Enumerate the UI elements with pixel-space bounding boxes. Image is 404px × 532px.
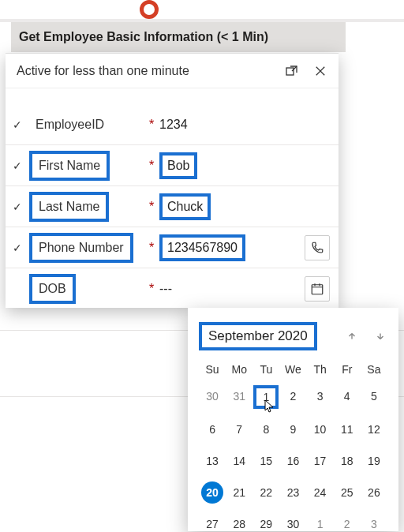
close-icon[interactable] bbox=[313, 64, 327, 78]
svg-rect-0 bbox=[286, 68, 294, 75]
calendar-day[interactable]: 12 bbox=[363, 418, 385, 440]
month-year-button[interactable]: September 2020 bbox=[199, 322, 317, 350]
calendar-day[interactable]: 9 bbox=[282, 418, 304, 440]
calendar-day[interactable]: 29 bbox=[255, 513, 277, 532]
field-value[interactable]: 1234567890 bbox=[159, 234, 245, 261]
calendar-day[interactable]: 27 bbox=[201, 513, 223, 532]
calendar-day[interactable]: 31 bbox=[228, 385, 250, 407]
weekday-label: Sa bbox=[361, 363, 387, 376]
calendar-icon[interactable] bbox=[301, 275, 334, 303]
calendar-day[interactable]: 6 bbox=[201, 418, 223, 440]
weekday-label: We bbox=[279, 363, 306, 376]
field-value[interactable]: 1234 bbox=[159, 114, 188, 135]
calendar-day[interactable]: 25 bbox=[336, 481, 358, 504]
date-picker: September 2020 SuMoTuWeThFrSa30311234567… bbox=[188, 308, 398, 531]
required-star: * bbox=[144, 159, 159, 173]
field-row: ✓EmployeeID*1234 bbox=[6, 104, 339, 145]
calendar-day[interactable]: 14 bbox=[228, 450, 250, 472]
check-icon: ✓ bbox=[6, 200, 29, 213]
panel-subtitle: Active for less than one minute bbox=[17, 64, 285, 78]
field-row: ✓First Name*Bob bbox=[6, 145, 339, 186]
calendar-day[interactable]: 2 bbox=[336, 513, 358, 532]
required-star: * bbox=[144, 241, 159, 255]
field-label: DOB bbox=[29, 274, 76, 304]
calendar-day[interactable]: 26 bbox=[363, 481, 385, 504]
svg-rect-1 bbox=[312, 285, 323, 294]
weekday-label: Tu bbox=[252, 363, 279, 376]
calendar-day[interactable]: 30 bbox=[201, 385, 223, 407]
step-header[interactable]: Get Employee Basic Information (< 1 Min) bbox=[11, 22, 346, 52]
calendar-day[interactable]: 13 bbox=[201, 450, 223, 472]
calendar-day[interactable]: 1 bbox=[253, 385, 279, 409]
field-label: Last Name bbox=[29, 192, 109, 222]
field-value[interactable]: --- bbox=[159, 279, 172, 299]
check-icon: ✓ bbox=[6, 118, 29, 131]
calendar-day[interactable]: 10 bbox=[309, 418, 331, 440]
check-icon: ✓ bbox=[6, 159, 29, 172]
details-panel: Active for less than one minute ✓Employe… bbox=[6, 53, 339, 308]
weekday-label: Mo bbox=[226, 363, 252, 376]
calendar-day[interactable]: 11 bbox=[336, 418, 358, 440]
weekday-label: Th bbox=[307, 363, 334, 376]
field-row: ✓Last Name*Chuck bbox=[6, 186, 339, 227]
mouse-cursor-icon bbox=[264, 399, 275, 418]
next-month-icon[interactable] bbox=[373, 329, 387, 343]
calendar-grid: SuMoTuWeThFrSa30311234567891011121314151… bbox=[199, 363, 387, 532]
required-star: * bbox=[144, 118, 159, 132]
calendar-day[interactable]: 3 bbox=[363, 513, 385, 532]
field-row: ✓Phone Number*1234567890 bbox=[6, 227, 339, 268]
calendar-day[interactable]: 30 bbox=[282, 513, 304, 532]
calendar-day[interactable]: 5 bbox=[363, 385, 385, 407]
field-row: DOB*--- bbox=[6, 268, 339, 309]
weekday-label: Fr bbox=[334, 363, 361, 376]
form: ✓EmployeeID*1234✓First Name*Bob✓Last Nam… bbox=[6, 88, 339, 309]
calendar-day[interactable]: 23 bbox=[282, 481, 304, 504]
calendar-day[interactable]: 19 bbox=[363, 450, 385, 472]
field-value[interactable]: Bob bbox=[159, 152, 197, 179]
calendar-day[interactable]: 2 bbox=[282, 385, 304, 407]
calendar-day[interactable]: 28 bbox=[228, 513, 250, 532]
step-title: Get Employee Basic Information (< 1 Min) bbox=[19, 30, 268, 44]
field-label: Phone Number bbox=[29, 233, 133, 263]
calendar-day[interactable]: 7 bbox=[228, 418, 250, 440]
phone-icon[interactable] bbox=[301, 234, 334, 262]
calendar-day[interactable]: 1 bbox=[309, 513, 331, 532]
check-icon: ✓ bbox=[6, 242, 29, 254]
calendar-day[interactable]: 20 bbox=[201, 481, 223, 504]
calendar-day[interactable]: 8 bbox=[255, 418, 277, 440]
panel-header: Active for less than one minute bbox=[6, 54, 339, 88]
calendar-day[interactable]: 22 bbox=[255, 481, 277, 504]
calendar-day[interactable]: 4 bbox=[336, 385, 358, 407]
calendar-day[interactable]: 24 bbox=[309, 481, 331, 504]
calendar-day[interactable]: 3 bbox=[309, 385, 331, 407]
step-node-icon bbox=[140, 0, 159, 19]
field-label: First Name bbox=[29, 151, 110, 181]
weekday-label: Su bbox=[199, 363, 226, 376]
popout-icon[interactable] bbox=[285, 64, 299, 78]
calendar-day[interactable]: 15 bbox=[255, 450, 277, 472]
field-label: EmployeeID bbox=[29, 113, 110, 137]
prev-month-icon[interactable] bbox=[345, 329, 359, 343]
field-value[interactable]: Chuck bbox=[159, 193, 211, 220]
required-star: * bbox=[144, 200, 159, 214]
calendar-day[interactable]: 18 bbox=[336, 450, 358, 472]
calendar-day[interactable]: 17 bbox=[309, 450, 331, 472]
required-star: * bbox=[144, 282, 159, 296]
calendar-day[interactable]: 16 bbox=[282, 450, 304, 472]
calendar-day[interactable]: 21 bbox=[228, 481, 250, 504]
